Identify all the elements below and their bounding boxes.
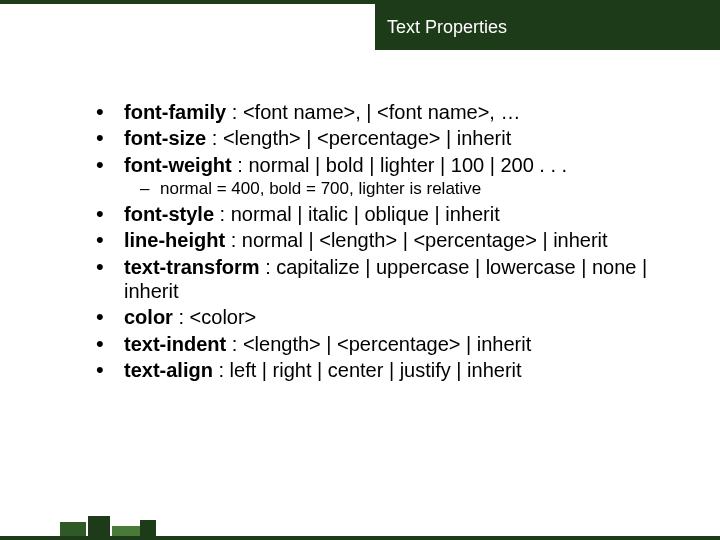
property-name: text-align — [124, 359, 213, 381]
list-item: text-transform : capitalize | uppercase … — [96, 255, 686, 304]
property-desc: : normal | bold | lighter | 100 | 200 . … — [232, 154, 567, 176]
bottom-decoration — [0, 508, 720, 540]
property-desc: : normal | <length> | <percentage> | inh… — [225, 229, 608, 251]
property-name: line-height — [124, 229, 225, 251]
bullet-list: font-family : <font name>, | <font name>… — [96, 100, 686, 383]
property-name: font-weight — [124, 154, 232, 176]
property-desc: : normal | italic | oblique | inherit — [214, 203, 500, 225]
list-item: text-align : left | right | center | jus… — [96, 358, 686, 382]
list-item: font-size : <length> | <percentage> | in… — [96, 126, 686, 150]
property-name: color — [124, 306, 173, 328]
property-name: font-style — [124, 203, 214, 225]
bottom-stripe — [0, 536, 720, 540]
list-item: font-weight : normal | bold | lighter | … — [96, 153, 686, 200]
list-item: text-indent : <length> | <percentage> | … — [96, 332, 686, 356]
property-name: font-family — [124, 101, 226, 123]
property-name: text-indent — [124, 333, 226, 355]
list-item: font-family : <font name>, | <font name>… — [96, 100, 686, 124]
property-desc: : left | right | center | justify | inhe… — [213, 359, 522, 381]
list-item: font-style : normal | italic | oblique |… — [96, 202, 686, 226]
list-item: color : <color> — [96, 305, 686, 329]
property-desc: : <color> — [173, 306, 256, 328]
property-desc: : <length> | <percentage> | inherit — [226, 333, 531, 355]
slide-content: font-family : <font name>, | <font name>… — [96, 100, 686, 385]
property-desc: : <length> | <percentage> | inherit — [206, 127, 511, 149]
property-desc: : <font name>, | <font name>, … — [226, 101, 520, 123]
sub-list: normal = 400, bold = 700, lighter is rel… — [124, 179, 686, 200]
property-name: font-size — [124, 127, 206, 149]
property-name: text-transform — [124, 256, 260, 278]
list-item: line-height : normal | <length> | <perce… — [96, 228, 686, 252]
slide-title-box: Text Properties — [375, 4, 720, 50]
sub-list-item: normal = 400, bold = 700, lighter is rel… — [124, 179, 686, 200]
slide-title: Text Properties — [387, 17, 507, 38]
